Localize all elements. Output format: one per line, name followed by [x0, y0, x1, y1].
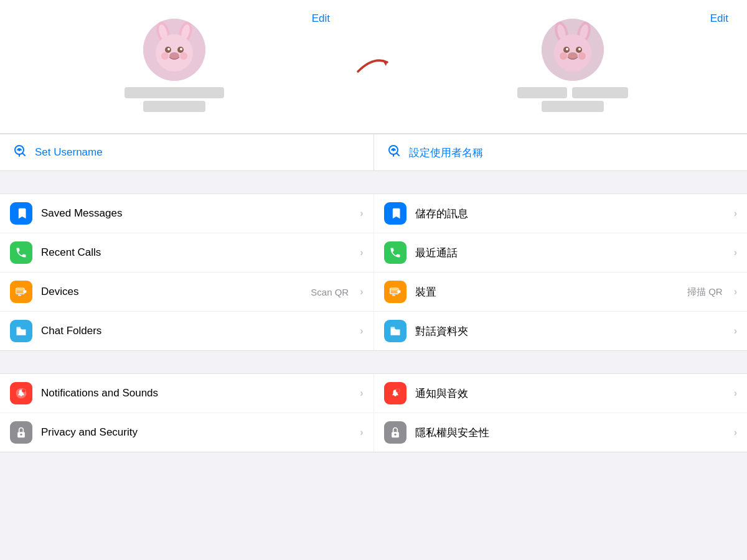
left-username-label: Set Username [35, 146, 103, 159]
right-notifications[interactable]: 通知與音效 › [374, 374, 748, 413]
right-privacy[interactable]: 隱私權與安全性 › [374, 413, 748, 452]
right-saved-messages[interactable]: 儲存的訊息 › [374, 194, 748, 233]
notifications-icon [10, 382, 32, 404]
svg-point-29 [18, 149, 21, 151]
left-saved-messages-chevron: › [360, 208, 363, 219]
svg-point-52 [396, 389, 399, 392]
arrow-container [349, 12, 398, 118]
left-chat-folders-label: Chat Folders [41, 325, 351, 337]
svg-point-56 [394, 434, 396, 436]
right-notifications-icon [384, 382, 406, 404]
left-scan-qr-label: Scan QR [311, 287, 349, 297]
privacy-icon [10, 421, 32, 444]
right-devices-chevron: › [734, 286, 737, 297]
right-privacy-chevron: › [734, 427, 737, 438]
left-recent-calls-label: Recent Calls [41, 246, 351, 259]
right-chat-folders-chevron: › [734, 325, 737, 337]
right-set-username[interactable]: 設定使用者名稱 [374, 134, 748, 170]
right-recent-calls-chevron: › [734, 247, 737, 258]
right-phone-bar [542, 101, 604, 112]
left-devices-label: Devices [41, 286, 302, 298]
section-gap-1 [0, 171, 747, 194]
left-set-username[interactable]: Set Username [0, 134, 374, 170]
svg-rect-38 [23, 291, 26, 293]
left-privacy[interactable]: Privacy and Security › [0, 413, 374, 452]
right-recent-calls-icon [384, 241, 406, 264]
svg-rect-47 [17, 327, 21, 329]
svg-point-25 [560, 52, 567, 60]
right-scan-qr-label: 掃描 QR [687, 286, 723, 298]
right-notifications-label: 通知與音效 [415, 386, 725, 401]
left-name-bar [125, 87, 224, 98]
left-devices[interactable]: Devices Scan QR › [0, 273, 374, 311]
svg-point-9 [180, 48, 182, 50]
saved-messages-row: Saved Messages › 儲存的訊息 › [0, 194, 747, 233]
svg-point-26 [578, 52, 586, 60]
svg-point-54 [20, 434, 22, 436]
svg-point-11 [161, 52, 169, 60]
svg-point-23 [578, 48, 581, 50]
right-username-label: 設定使用者名稱 [409, 146, 483, 160]
right-devices-icon [384, 281, 406, 303]
left-edit-button[interactable]: Edit [312, 12, 330, 25]
left-name-block [12, 87, 336, 112]
devices-icon [10, 281, 32, 303]
right-name-bar1 [517, 87, 567, 98]
left-notifications[interactable]: Notifications and Sounds › [0, 374, 374, 413]
right-devices[interactable]: 裝置 掃描 QR › [374, 273, 748, 311]
right-recent-calls[interactable]: 最近通話 › [374, 233, 748, 272]
svg-line-28 [23, 154, 26, 156]
left-avatar [143, 19, 205, 81]
svg-line-32 [397, 154, 399, 156]
svg-point-50 [22, 389, 26, 392]
chat-folders-row: Chat Folders › 對話資料夾 › [0, 312, 747, 350]
chat-folders-icon [10, 320, 32, 342]
right-username-icon [387, 143, 402, 162]
left-saved-messages-label: Saved Messages [41, 207, 351, 220]
left-profile-panel: Edit [0, 12, 349, 118]
right-chat-folders-icon [384, 320, 406, 342]
left-privacy-label: Privacy and Security [41, 426, 351, 439]
right-devices-label: 裝置 [415, 285, 679, 299]
right-chat-folders-label: 對話資料夾 [415, 324, 725, 338]
section-gap-2 [0, 351, 747, 373]
left-phone-bar [143, 101, 205, 112]
notifications-row: Notifications and Sounds › 通知與音效 › [0, 374, 747, 413]
right-notifications-chevron: › [734, 388, 737, 399]
right-chat-folders[interactable]: 對話資料夾 › [374, 312, 748, 350]
left-username-icon [12, 143, 27, 162]
recent-calls-icon [10, 241, 32, 264]
left-notifications-label: Notifications and Sounds [41, 387, 351, 399]
settings-section-1: Saved Messages › 儲存的訊息 › Recent Calls › [0, 194, 747, 351]
right-saved-messages-label: 儲存的訊息 [415, 207, 725, 221]
username-section: Set Username 設定使用者名稱 [0, 134, 747, 171]
right-profile-panel: Edit [398, 12, 747, 118]
left-privacy-chevron: › [360, 427, 363, 438]
right-name-bar2 [572, 87, 628, 98]
left-notifications-chevron: › [360, 388, 363, 399]
right-name-block [411, 87, 735, 112]
right-edit-button[interactable]: Edit [710, 12, 728, 25]
left-saved-messages[interactable]: Saved Messages › [0, 194, 374, 233]
svg-rect-44 [397, 291, 400, 293]
left-chat-folders-chevron: › [360, 325, 363, 337]
right-recent-calls-label: 最近通話 [415, 246, 725, 260]
right-saved-messages-icon [384, 202, 406, 225]
svg-point-8 [167, 48, 170, 50]
right-saved-messages-chevron: › [734, 208, 737, 219]
saved-messages-icon [10, 202, 32, 225]
left-recent-calls[interactable]: Recent Calls › [0, 233, 374, 272]
left-chat-folders[interactable]: Chat Folders › [0, 312, 374, 350]
right-privacy-icon [384, 421, 406, 444]
privacy-row: Privacy and Security › 隱私權與安全性 › [0, 413, 747, 452]
svg-rect-48 [390, 327, 395, 329]
right-avatar [542, 19, 604, 81]
svg-rect-36 [16, 288, 24, 294]
right-privacy-label: 隱私權與安全性 [415, 426, 725, 440]
left-devices-chevron: › [360, 286, 363, 297]
svg-point-33 [392, 149, 395, 151]
svg-point-12 [180, 52, 187, 60]
recent-calls-row: Recent Calls › 最近通話 › [0, 233, 747, 273]
profile-section: Edit [0, 0, 747, 134]
svg-point-22 [566, 48, 568, 50]
